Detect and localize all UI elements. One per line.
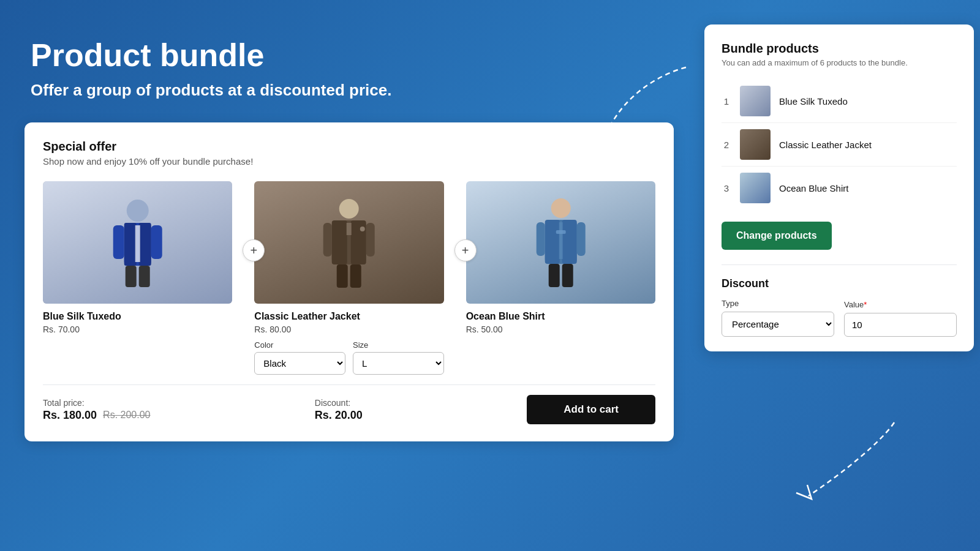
svg-rect-13	[347, 223, 352, 235]
product-col-2: + Classic	[254, 181, 443, 375]
svg-rect-26	[548, 264, 559, 287]
svg-rect-4	[135, 225, 140, 262]
bundle-num-1: 1	[722, 96, 731, 107]
discount-value: Rs. 20.00	[315, 409, 363, 422]
svg-rect-11	[332, 220, 347, 264]
svg-rect-2	[124, 223, 137, 266]
product-image-shirt	[466, 181, 655, 304]
svg-rect-24	[536, 222, 545, 256]
type-label: Type	[722, 299, 834, 308]
product-name-2: Classic Leather Jacket	[254, 311, 443, 322]
bundle-product-name-3: Ocean Blue Shirt	[779, 183, 848, 193]
size-select[interactable]: S M L XL	[353, 352, 444, 375]
shirt-silhouette	[485, 193, 636, 291]
product-name-3: Ocean Blue Shirt	[466, 311, 655, 322]
svg-rect-6	[151, 225, 162, 259]
product-price-3: Rs. 50.00	[466, 324, 655, 334]
svg-rect-21	[545, 220, 559, 264]
products-container: Blue Silk Tuxedo Rs. 70.00 +	[43, 181, 655, 375]
svg-rect-7	[126, 266, 137, 287]
page-title: Product bundle	[31, 37, 391, 73]
bundle-panel: Bundle products You can add a maximum of…	[704, 24, 974, 351]
product-name-1: Blue Silk Tuxedo	[43, 311, 232, 322]
discount-fields: Type Percentage Fixed Amount Value*	[722, 299, 957, 337]
svg-rect-5	[113, 225, 124, 259]
discount-type-select[interactable]: Percentage Fixed Amount	[722, 312, 834, 337]
jacket-silhouette	[273, 193, 424, 291]
total-label: Total price:	[43, 398, 150, 408]
svg-point-9	[339, 199, 359, 219]
add-to-cart-button[interactable]: Add to cart	[527, 395, 655, 424]
svg-point-19	[551, 198, 570, 218]
svg-point-18	[360, 227, 365, 231]
size-variant-group: Size S M L XL	[353, 340, 444, 375]
discount-label: Discount:	[315, 398, 363, 408]
discount-panel-title: Discount	[722, 277, 957, 290]
svg-rect-8	[139, 266, 150, 287]
bundle-product-item-1: 1 Blue Silk Tuxedo	[722, 80, 957, 123]
color-select[interactable]: Black Brown Grey	[254, 352, 345, 375]
svg-rect-3	[139, 223, 151, 266]
bundle-panel-title: Bundle products	[722, 42, 957, 56]
product-image-jacket	[254, 181, 443, 304]
svg-rect-22	[562, 220, 576, 264]
bundle-thumb-2	[740, 129, 771, 160]
color-variant-group: Color Black Brown Grey	[254, 340, 345, 375]
total-original-price: Rs. 200.00	[103, 410, 150, 421]
svg-rect-15	[366, 223, 375, 257]
store-card: Special offer Shop now and enjoy 10% off…	[24, 122, 674, 441]
svg-rect-25	[576, 222, 585, 256]
product-col-1: Blue Silk Tuxedo Rs. 70.00	[43, 181, 232, 375]
type-field-group: Type Percentage Fixed Amount	[722, 299, 834, 337]
header-section: Product bundle Offer a group of products…	[31, 37, 391, 100]
discount-section: Discount: Rs. 20.00	[315, 398, 363, 422]
tuxedo-silhouette	[62, 193, 213, 291]
discount-value-input[interactable]	[844, 313, 957, 337]
svg-rect-14	[323, 223, 332, 257]
plus-circle-2: +	[454, 239, 477, 261]
value-field-group: Value*	[844, 300, 957, 337]
svg-rect-16	[337, 264, 348, 288]
color-label: Color	[254, 340, 345, 350]
bundle-product-list: 1 Blue Silk Tuxedo 2 Classic Leather Jac…	[722, 80, 957, 209]
variants-row: Color Black Brown Grey Size S M L XL	[254, 340, 443, 375]
total-current-price: Rs. 180.00	[43, 409, 97, 422]
offer-subtitle: Shop now and enjoy 10% off your bundle p…	[43, 156, 655, 167]
svg-point-0	[127, 200, 149, 222]
svg-rect-28	[556, 230, 565, 234]
svg-rect-17	[350, 264, 361, 288]
bundle-thumb-1	[740, 86, 771, 116]
product-price-1: Rs. 70.00	[43, 324, 232, 334]
svg-rect-27	[562, 264, 573, 287]
size-label: Size	[353, 340, 444, 350]
change-products-button[interactable]: Change products	[722, 222, 832, 250]
bundle-product-item-2: 2 Classic Leather Jacket	[722, 123, 957, 167]
bundle-thumb-3	[740, 173, 771, 203]
svg-rect-23	[559, 222, 562, 259]
bundle-panel-desc: You can add a maximum of 6 products to t…	[722, 58, 957, 67]
total-section: Total price: Rs. 180.00 Rs. 200.00	[43, 398, 150, 422]
product-price-2: Rs. 80.00	[254, 324, 443, 334]
product-image-tuxedo	[43, 181, 232, 304]
bundle-num-2: 2	[722, 140, 731, 150]
discount-panel: Discount Type Percentage Fixed Amount Va…	[722, 277, 957, 337]
page-subtitle: Offer a group of products at a discounte…	[31, 81, 391, 100]
bundle-num-3: 3	[722, 183, 731, 193]
panel-divider	[722, 264, 957, 265]
offer-title: Special offer	[43, 140, 655, 154]
bundle-product-name-2: Classic Leather Jacket	[779, 140, 872, 150]
total-prices: Rs. 180.00 Rs. 200.00	[43, 409, 150, 422]
bundle-product-name-1: Blue Silk Tuxedo	[779, 96, 848, 107]
footer-row: Total price: Rs. 180.00 Rs. 200.00 Disco…	[43, 395, 655, 424]
product-col-3: + Ocean Bl	[466, 181, 655, 375]
value-label: Value*	[844, 300, 957, 309]
card-divider	[43, 384, 655, 385]
bundle-product-item-3: 3 Ocean Blue Shirt	[722, 167, 957, 209]
